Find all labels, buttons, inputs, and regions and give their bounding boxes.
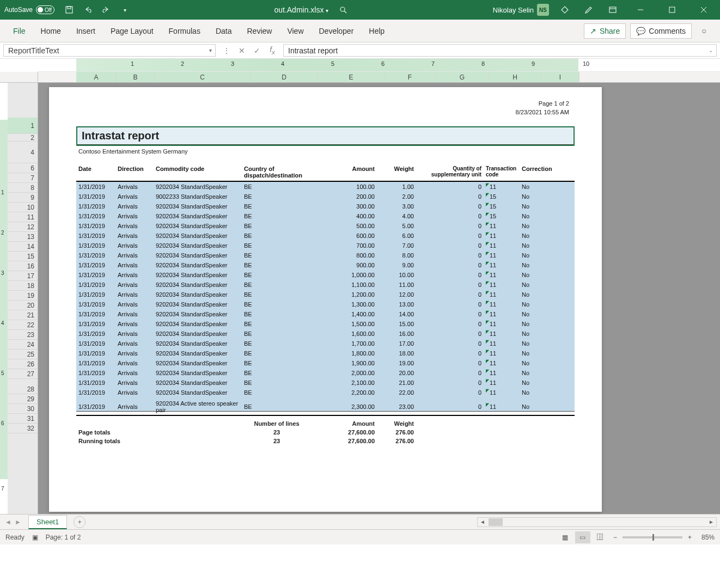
running-totals-wt[interactable]: 276.00	[377, 437, 416, 445]
col-F[interactable]: F	[385, 72, 436, 82]
tab-home[interactable]: Home	[33, 20, 69, 42]
row-19[interactable]: 19	[8, 291, 38, 301]
row-13[interactable]: 13	[8, 232, 38, 242]
table-row[interactable]: 1/31/2019Arrivals9202034 StandardSpeaker…	[76, 309, 575, 319]
table-row[interactable]: 1/31/2019Arrivals9202034 StandardSpeaker…	[76, 231, 575, 241]
row-30[interactable]: 30	[8, 404, 38, 414]
diamond-icon[interactable]	[557, 2, 573, 18]
autosave-toggle[interactable]: AutoSave Off	[4, 5, 54, 14]
row-7[interactable]: 7	[8, 173, 38, 183]
table-row[interactable]: 1/31/2019Arrivals9202034 StandardSpeaker…	[76, 348, 575, 358]
view-page-break-icon[interactable]: ⿲	[593, 531, 608, 543]
row-21[interactable]: 21	[8, 310, 38, 320]
row-20[interactable]: 20	[8, 301, 38, 310]
tab-help[interactable]: Help	[361, 20, 392, 42]
running-totals-amt[interactable]: 27,600.00	[312, 437, 377, 445]
table-row[interactable]: 1/31/2019Arrivals9202034 StandardSpeaker…	[76, 358, 575, 368]
row-28[interactable]: 28	[8, 384, 38, 394]
row-25[interactable]: 25	[8, 350, 38, 359]
qat-caret-icon[interactable]: ▾	[117, 2, 133, 18]
paint-icon[interactable]	[581, 2, 597, 18]
hdr-amount[interactable]: Amount	[312, 163, 377, 181]
row-10[interactable]: 10	[8, 203, 38, 212]
row-16[interactable]: 16	[8, 261, 38, 271]
tab-insert[interactable]: Insert	[69, 20, 103, 42]
table-row[interactable]: 1/31/2019Arrivals9202034 StandardSpeaker…	[76, 221, 575, 231]
row-4[interactable]: 4	[8, 142, 38, 163]
col-B[interactable]: B	[117, 72, 155, 82]
sheet-nav-prev-icon[interactable]: ◄	[3, 517, 13, 527]
formula-input[interactable]: Intrastat report⌄	[283, 44, 717, 57]
redo-icon[interactable]	[98, 2, 114, 18]
add-sheet-button[interactable]: +	[74, 516, 86, 528]
zoom-in-button[interactable]: +	[685, 534, 695, 541]
table-row[interactable]: 1/31/2019Arrivals9202034 StandardSpeaker…	[76, 201, 575, 211]
table-row[interactable]: 1/31/2019Arrivals9202034 StandardSpeaker…	[76, 378, 575, 388]
fx-icon[interactable]: fx	[265, 44, 280, 58]
table-row[interactable]: 1/31/2019Arrivals9202034 StandardSpeaker…	[76, 260, 575, 270]
col-D[interactable]: D	[251, 72, 318, 82]
row-22[interactable]: 22	[8, 320, 38, 330]
row-26[interactable]: 26	[8, 359, 38, 369]
table-row[interactable]: 1/31/2019Arrivals9202034 StandardSpeaker…	[76, 241, 575, 250]
running-totals-label[interactable]: Running totals	[76, 437, 242, 445]
tab-data[interactable]: Data	[208, 20, 240, 42]
undo-icon[interactable]	[80, 2, 96, 18]
save-icon[interactable]	[61, 2, 77, 18]
zoom-slider[interactable]	[623, 536, 682, 538]
page-totals-wt[interactable]: 276.00	[377, 428, 416, 437]
running-totals-nl[interactable]: 23	[242, 437, 312, 445]
zoom-out-button[interactable]: −	[610, 534, 620, 541]
tab-formulas[interactable]: Formulas	[161, 20, 208, 42]
page-totals-nl[interactable]: 23	[242, 428, 312, 437]
hdr-direction[interactable]: Direction	[115, 163, 154, 181]
row-24[interactable]: 24	[8, 340, 38, 350]
hdr-weight[interactable]: Weight	[377, 163, 416, 181]
report-title-cell[interactable]: Intrastat report	[77, 127, 573, 145]
col-A[interactable]: A	[76, 72, 117, 82]
hdr-date[interactable]: Date	[76, 163, 115, 181]
table-row[interactable]: 1/31/2019Arrivals9002233 StandardSpeaker…	[76, 192, 575, 201]
row-18[interactable]: 18	[8, 281, 38, 291]
hdr-commodity[interactable]: Commodity code	[154, 163, 242, 181]
enter-formula-icon[interactable]: ✓	[249, 44, 265, 58]
table-row[interactable]: 1/31/2019Arrivals9202034 Active stereo s…	[76, 402, 575, 412]
maximize-button[interactable]	[660, 0, 684, 20]
table-row[interactable]: 1/31/2019Arrivals9202034 StandardSpeaker…	[76, 270, 575, 280]
table-row[interactable]: 1/31/2019Arrivals9202034 StandardSpeaker…	[76, 211, 575, 221]
search-icon[interactable]	[335, 2, 351, 18]
sheet-nav-next-icon[interactable]: ►	[13, 517, 23, 527]
minimize-button[interactable]	[629, 0, 652, 20]
zoom-value[interactable]: 85%	[701, 534, 715, 541]
tab-file[interactable]: File	[5, 20, 33, 42]
col-H[interactable]: H	[489, 72, 541, 82]
hdr-txn[interactable]: Transaction code	[484, 163, 520, 181]
row-11[interactable]: 11	[8, 212, 38, 222]
page-totals-label[interactable]: Page totals	[76, 428, 242, 437]
col-C[interactable]: C	[155, 72, 251, 82]
account-user[interactable]: Nikolay Selin NS	[493, 4, 549, 16]
row-12[interactable]: 12	[8, 222, 38, 232]
row-15[interactable]: 15	[8, 252, 38, 261]
select-all-corner[interactable]	[0, 72, 38, 82]
table-row[interactable]: 1/31/2019Arrivals9202034 StandardSpeaker…	[76, 319, 575, 329]
table-row[interactable]: 1/31/2019Arrivals9202034 StandardSpeaker…	[76, 368, 575, 378]
table-row[interactable]: 1/31/2019Arrivals9202034 StandardSpeaker…	[76, 280, 575, 290]
tab-review[interactable]: Review	[240, 20, 280, 42]
tab-page-layout[interactable]: Page Layout	[103, 20, 161, 42]
col-E[interactable]: E	[318, 72, 385, 82]
row-8[interactable]: 8	[8, 183, 38, 193]
share-button[interactable]: ↗Share	[584, 23, 626, 39]
ribbon-mode-icon[interactable]	[605, 2, 621, 18]
row-32[interactable]: 32	[8, 424, 38, 433]
feedback-smile-icon[interactable]: ☺	[696, 23, 712, 39]
hdr-corr[interactable]: Correction	[520, 163, 554, 181]
table-row[interactable]: 1/31/2019Arrivals9202034 StandardSpeaker…	[76, 250, 575, 260]
view-page-layout-icon[interactable]: ▭	[575, 531, 590, 543]
row-31[interactable]: 31	[8, 414, 38, 424]
row-2[interactable]: 2	[8, 134, 38, 142]
row-9[interactable]: 9	[8, 193, 38, 203]
tab-developer[interactable]: Developer	[312, 20, 362, 42]
sheet-tab-1[interactable]: Sheet1	[28, 515, 67, 529]
cancel-formula-icon[interactable]: ✕	[234, 44, 249, 58]
